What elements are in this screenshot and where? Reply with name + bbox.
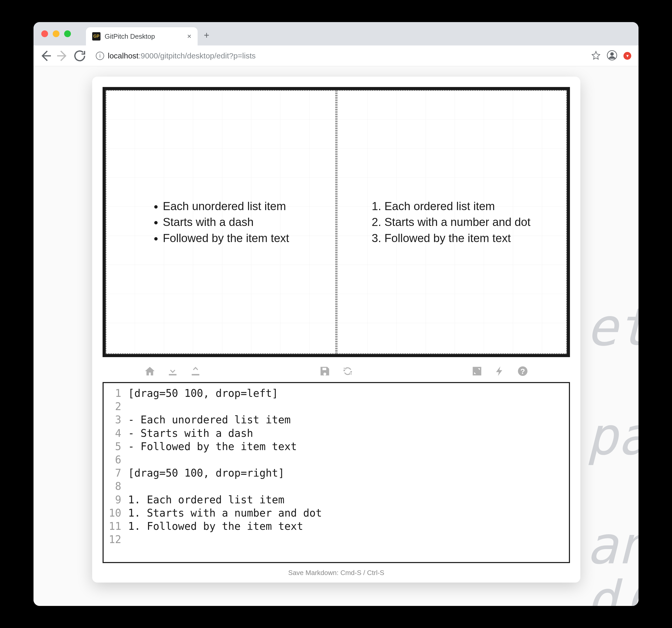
url-port: :9000 [138,51,158,60]
list-item: Starts with a dash [163,214,289,230]
profile-button[interactable] [607,50,617,62]
upload-button[interactable] [190,366,201,377]
line-gutter: 123456789101112 [103,383,124,562]
app-panel: Each unordered list itemStarts with a da… [92,77,580,583]
person-icon [607,50,617,61]
help-button[interactable]: ? [517,366,528,377]
lightning-icon [494,366,506,377]
list-item: Followed by the item text [163,230,289,246]
toolbar-group-right: ? [471,366,528,377]
save-icon [319,366,331,377]
lightning-button[interactable] [494,366,506,377]
reload-icon [72,49,87,63]
ordered-list: Each ordered list itemStarts with a numb… [373,198,530,246]
slide-left-region: Each unordered list itemStarts with a da… [106,90,337,354]
extension-button[interactable]: ▾ [623,52,631,60]
tab-close-button[interactable]: × [187,32,191,41]
list-item: Each unordered list item [163,198,289,214]
download-icon [167,366,178,377]
close-window-button[interactable] [41,30,48,37]
markdown-editor[interactable]: 123456789101112 [drag=50 100, drop=left]… [102,382,570,563]
upload-icon [190,366,201,377]
list-item: Followed by the item text [384,230,530,246]
minimize-window-button[interactable] [53,30,59,37]
browser-right-icons: ▾ [591,50,634,62]
reload-button[interactable] [72,49,87,63]
list-item: Each ordered list item [384,198,530,214]
editor-toolbar: ? [92,360,580,382]
address-bar[interactable]: i localhost:9000/gitpitch/desktop/edit?p… [92,49,586,63]
tab-favicon: GP [92,32,100,41]
tab-strip: GP GitPitch Desktop × + [33,22,639,45]
slide-right-region: Each ordered list itemStarts with a numb… [337,90,567,354]
help-icon: ? [517,366,528,377]
unordered-list: Each unordered list itemStarts with a da… [152,198,289,246]
arrow-left-icon [38,49,53,63]
url-path: /gitpitch/desktop/edit?p=lists [158,51,256,60]
browser-tab[interactable]: GP GitPitch Desktop × [86,27,198,45]
back-button[interactable] [38,49,53,63]
svg-point-1 [610,52,614,55]
refresh-button[interactable] [342,366,353,377]
list-item: Starts with a number and dot [384,214,530,230]
download-button[interactable] [167,366,178,377]
toolbar-group-left [144,366,201,377]
expand-button[interactable] [471,366,483,377]
page-content: et pa an d( Each unordered list itemStar… [33,66,639,606]
window-controls [41,30,71,37]
toolbar-group-center [319,366,353,377]
url-host: localhost [108,51,138,60]
background-code-text: et pa an d( [586,300,639,606]
expand-icon [471,366,483,377]
forward-button[interactable] [55,49,70,63]
browser-window: GP GitPitch Desktop × + i localhost:9000… [33,22,639,606]
save-button[interactable] [319,366,331,377]
url-display: localhost:9000/gitpitch/desktop/edit?p=l… [108,51,256,60]
site-info-icon[interactable]: i [96,52,104,60]
home-icon [144,366,155,377]
arrow-right-icon [55,49,70,63]
refresh-icon [342,366,353,377]
bookmark-button[interactable] [591,51,601,61]
tab-title: GitPitch Desktop [105,32,183,41]
star-icon [591,51,601,60]
address-bar-row: i localhost:9000/gitpitch/desktop/edit?p… [33,45,639,66]
slide-preview: Each unordered list itemStarts with a da… [102,87,570,357]
footer-hint: Save Markdown: Cmd-S / Ctrl-S [92,563,580,583]
caret-down-icon: ▾ [626,53,629,59]
svg-text:?: ? [520,367,525,376]
code-content[interactable]: [drag=50 100, drop=left] - Each unordere… [124,383,569,562]
new-tab-button[interactable]: + [198,30,216,45]
home-button[interactable] [144,366,155,377]
maximize-window-button[interactable] [64,30,71,37]
